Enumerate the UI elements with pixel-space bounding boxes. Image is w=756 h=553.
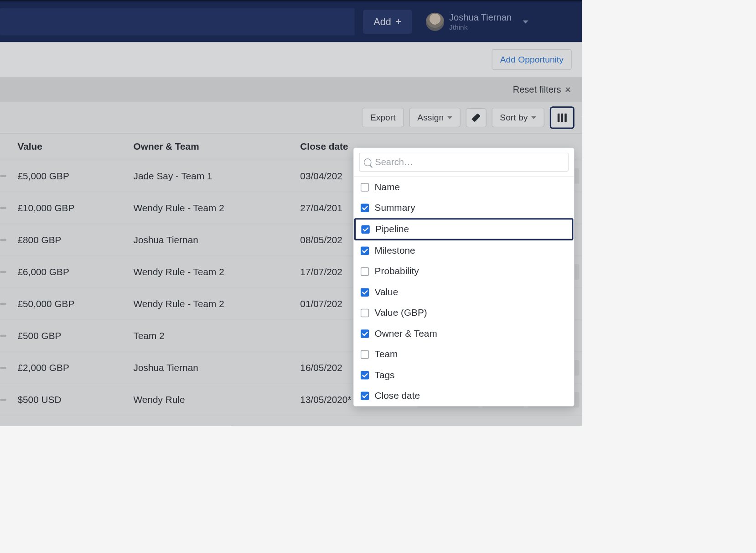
checkbox[interactable] bbox=[361, 288, 369, 296]
add-button[interactable]: Add + bbox=[363, 10, 412, 34]
dropdown-search-input[interactable] bbox=[375, 157, 564, 167]
tag-icon bbox=[471, 113, 481, 122]
column-option-pipeline[interactable]: Pipeline bbox=[354, 218, 573, 240]
cell-value: £50,000 GBP bbox=[18, 298, 134, 309]
cell-owner: Wendy Rule - Team 2 bbox=[134, 203, 300, 214]
cell-value: £10,000 GBP bbox=[18, 203, 134, 214]
column-option-owner-team[interactable]: Owner & Team bbox=[353, 323, 574, 344]
checkbox[interactable] bbox=[361, 329, 369, 338]
checkbox[interactable] bbox=[361, 391, 369, 400]
chevron-down-icon bbox=[531, 116, 536, 119]
reset-filters-label: Reset filters bbox=[513, 84, 561, 95]
columns-picker-dropdown: NameSummaryPipelineMilestoneProbabilityV… bbox=[353, 147, 575, 406]
column-option-milestone[interactable]: Milestone bbox=[353, 240, 574, 261]
user-menu[interactable]: Joshua Tiernan Jthink bbox=[426, 12, 535, 31]
column-option-probability[interactable]: Probability bbox=[353, 261, 574, 282]
assign-label: Assign bbox=[417, 112, 444, 122]
column-option-label: Value (GBP) bbox=[375, 308, 427, 318]
avatar bbox=[426, 13, 444, 31]
column-option-value-gbp-[interactable]: Value (GBP) bbox=[353, 303, 574, 323]
checkbox[interactable] bbox=[361, 308, 369, 317]
column-option-label: Tags bbox=[375, 370, 395, 381]
columns-icon bbox=[558, 113, 560, 121]
columns-icon bbox=[564, 113, 567, 121]
column-option-summary[interactable]: Summary bbox=[353, 198, 574, 218]
column-option-label: Value bbox=[375, 287, 399, 297]
column-option-label: Pipeline bbox=[375, 224, 409, 235]
column-option-team[interactable]: Team bbox=[353, 344, 574, 365]
cell-owner: Joshua Tiernan bbox=[134, 362, 300, 373]
add-button-label: Add bbox=[373, 16, 391, 27]
page-subheader: Add Opportunity bbox=[0, 42, 582, 77]
table-toolbar: Export Assign Sort by bbox=[0, 102, 582, 133]
column-option-label: Probability bbox=[375, 266, 419, 277]
cell-owner: Joshua Tiernan bbox=[134, 235, 300, 245]
top-navbar: Add + Joshua Tiernan Jthink bbox=[0, 0, 582, 42]
columns-picker-button[interactable] bbox=[550, 106, 575, 129]
plus-icon: + bbox=[395, 16, 401, 27]
checkbox[interactable] bbox=[361, 183, 369, 191]
column-header-value[interactable]: Value bbox=[18, 141, 134, 152]
user-text: Joshua Tiernan Jthink bbox=[449, 12, 512, 31]
column-option-label: Owner & Team bbox=[375, 328, 437, 339]
cell-owner: Wendy Rule - Team 2 bbox=[134, 266, 300, 277]
cell-value: £800 GBP bbox=[18, 235, 134, 245]
dropdown-search[interactable] bbox=[359, 153, 569, 172]
export-button[interactable]: Export bbox=[362, 108, 404, 127]
column-option-label: Team bbox=[375, 349, 398, 360]
chevron-down-icon bbox=[523, 20, 528, 23]
cell-value: $500 USD bbox=[18, 394, 134, 405]
cell-owner: Team 2 bbox=[134, 330, 300, 341]
checkbox[interactable] bbox=[361, 203, 369, 212]
dropdown-list: NameSummaryPipelineMilestoneProbabilityV… bbox=[353, 177, 574, 406]
cell-owner: Wendy Rule - Team 2 bbox=[134, 298, 300, 309]
user-subtitle: Jthink bbox=[449, 23, 512, 31]
user-name: Joshua Tiernan bbox=[449, 12, 512, 23]
add-opportunity-button[interactable]: Add Opportunity bbox=[492, 49, 572, 70]
close-icon: ✕ bbox=[564, 85, 571, 95]
cell-value: £5,000 GBP bbox=[18, 171, 134, 182]
filter-bar: Reset filters ✕ bbox=[0, 77, 582, 102]
checkbox[interactable] bbox=[361, 225, 369, 233]
column-option-close-date[interactable]: Close date bbox=[353, 386, 574, 406]
chevron-down-icon bbox=[447, 116, 452, 119]
checkbox[interactable] bbox=[361, 246, 369, 255]
reset-filters-link[interactable]: Reset filters ✕ bbox=[513, 84, 572, 95]
cell-owner: Jade Say - Team 1 bbox=[134, 171, 300, 182]
checkbox[interactable] bbox=[361, 350, 369, 358]
checkbox[interactable] bbox=[361, 371, 369, 379]
sort-by-button[interactable]: Sort by bbox=[492, 108, 544, 127]
tags-button[interactable] bbox=[466, 108, 487, 127]
columns-icon bbox=[561, 113, 563, 121]
cell-value: £2,000 GBP bbox=[18, 362, 134, 373]
global-search-area[interactable] bbox=[0, 8, 355, 36]
column-option-label: Milestone bbox=[375, 245, 415, 256]
column-option-name[interactable]: Name bbox=[353, 177, 574, 197]
column-option-tags[interactable]: Tags bbox=[353, 365, 574, 385]
column-header-owner[interactable]: Owner & Team bbox=[134, 141, 300, 152]
column-option-value[interactable]: Value bbox=[353, 282, 574, 303]
sort-by-label: Sort by bbox=[500, 112, 528, 122]
column-option-label: Name bbox=[375, 182, 400, 193]
checkbox[interactable] bbox=[361, 267, 369, 276]
cell-value: £6,000 GBP bbox=[18, 266, 134, 277]
assign-button[interactable]: Assign bbox=[409, 108, 461, 127]
cell-owner: Wendy Rule bbox=[134, 394, 300, 405]
column-option-label: Close date bbox=[375, 390, 420, 401]
column-option-label: Summary bbox=[375, 203, 415, 214]
cell-value: £500 GBP bbox=[18, 330, 134, 341]
dropdown-search-wrap bbox=[353, 148, 574, 177]
search-icon bbox=[364, 158, 372, 166]
